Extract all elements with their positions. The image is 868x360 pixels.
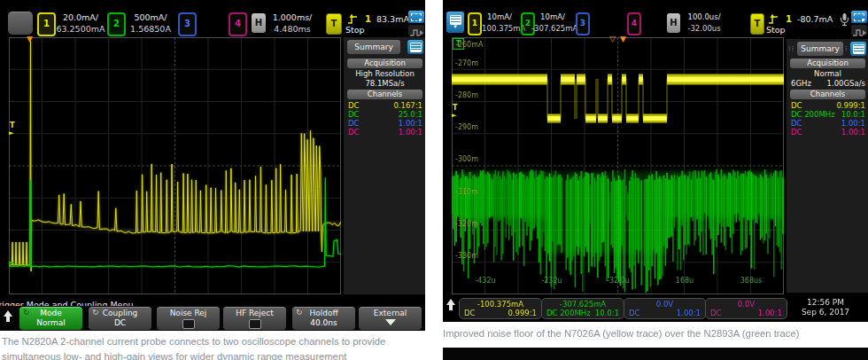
time: 12:56 PM	[787, 298, 864, 308]
trigger-level: 83.3mA	[376, 14, 409, 24]
channel-2-ground-marker[interactable]: ►	[9, 259, 13, 266]
menu-back-button[interactable]	[2, 309, 14, 326]
channel-3-coupling: DC	[629, 309, 639, 317]
menu-up-button[interactable]	[445, 298, 457, 315]
grip-dots-icon: ⁝	[845, 44, 849, 52]
main-menu-button[interactable]: ▾	[446, 12, 464, 33]
horizontal-scale: 1.000ms/	[268, 12, 316, 23]
acquisition-mode: High Resolution	[344, 69, 425, 78]
channels-header: Channels	[790, 90, 865, 99]
channel-3-status-box[interactable]: 0.0V DC 1.00:1	[624, 298, 706, 319]
microphone-icon[interactable]	[840, 12, 849, 30]
trigger-time-reference-marker: ▽	[609, 35, 616, 43]
bandwidth: 6GHz	[791, 79, 811, 88]
topbar-left: 1 20.0mA/ 63.2500mA 2 500mA/ 1.56850A 3 …	[0, 0, 425, 37]
channel-4-coupling: DC	[710, 309, 721, 317]
trigger-level-marker[interactable]: T	[10, 122, 14, 129]
chevron-down-icon: ▾	[453, 25, 457, 29]
checkbox-unchecked[interactable]	[249, 319, 261, 329]
softkey-holdoff[interactable]: ↻ Holdoff 40.0ns	[292, 307, 355, 330]
channel-3-ratio: 1.00:1	[677, 309, 701, 317]
waveform-recall-icon[interactable]	[851, 25, 867, 35]
y-axis-label: -280m	[455, 91, 478, 99]
channel-1-status-box[interactable]: -100.375mA DC 0.999:1	[459, 298, 542, 319]
horizontal-button[interactable]: H	[667, 13, 680, 33]
y-axis-label: -270m	[455, 59, 478, 67]
channel-1-button[interactable]: 1	[37, 12, 56, 36]
softkey-label: Noise Rej	[157, 309, 220, 318]
softkey-noise-rej[interactable]: Noise Rej	[157, 307, 220, 330]
channel-3-button[interactable]: 3	[576, 12, 590, 35]
zoom-select-icon[interactable]	[408, 11, 424, 23]
channel-3-offset-value: 0.0V	[624, 300, 705, 309]
channel-2-summary-row: DC 200MHz 10.0:1	[791, 110, 865, 119]
menu-icon	[410, 43, 422, 52]
checkbox-unchecked[interactable]	[182, 319, 195, 329]
channel-2-offset: -307.625mA	[531, 23, 574, 35]
trigger-slope-icon	[347, 13, 358, 25]
softkey-label: External	[359, 309, 422, 318]
x-axis-label: -232u	[532, 277, 571, 285]
status-line: Trigger Mode and Coupling Menu	[0, 294, 275, 306]
channel-3-summary-row: DC 1.00:1	[791, 119, 865, 128]
softkey-external[interactable]: External	[359, 307, 422, 330]
softkey-value: 40.0ns	[292, 318, 355, 328]
bandwidth-samplerate-row: 6GHz 1.00GSa/s	[791, 79, 865, 88]
probe-ratio: 0.999:1	[836, 101, 865, 110]
summary-menu-button[interactable]	[850, 42, 866, 56]
cursor-icon	[419, 19, 422, 22]
y-axis-label: -260mA	[455, 41, 483, 49]
channel-2-offset: 1.56850A	[125, 23, 176, 35]
channel-2-button[interactable]: 2	[107, 12, 126, 36]
summary-menu-button[interactable]	[407, 40, 423, 54]
horizontal-readout: 1.000ms/ 4.480ms	[268, 12, 316, 35]
channel-4-status-box[interactable]: 0.0V DC 1.00:1	[705, 298, 787, 319]
channel-4-summary-row: DC 1.00:1	[791, 128, 865, 137]
trigger-level-marker[interactable]: T	[453, 105, 457, 112]
channel-1-ratio: 0.999:1	[508, 309, 537, 317]
softkey-hf-reject[interactable]: HF Reject	[223, 307, 286, 330]
coupling: DC	[348, 119, 359, 128]
rotate-knob-icon: ↻	[23, 308, 30, 317]
channel-4-button[interactable]: 4	[229, 12, 247, 36]
channel-1-readout: 10mA/ -100.375mA	[479, 12, 520, 35]
channel-2-status-box[interactable]: -307.625mA DC 200MHz 10.0:1	[541, 298, 624, 319]
blank-menu-button[interactable]	[8, 12, 33, 35]
y-axis-label: -300m	[455, 155, 478, 163]
cursor-icon	[862, 19, 865, 22]
trigger-button[interactable]: T	[326, 13, 342, 35]
channel-2-offset-value: -307.625mA	[542, 300, 624, 309]
x-axis-label: 168u	[665, 277, 704, 285]
channel-1-coupling: DC	[464, 309, 475, 317]
trigger-button[interactable]: T	[750, 13, 764, 35]
channel-4-ratio: 1.00:1	[758, 309, 782, 317]
x-axis-label: 368us	[732, 277, 771, 285]
summary-tab[interactable]: Summary	[797, 42, 843, 56]
coupling: DC	[348, 128, 359, 137]
horizontal-button[interactable]: H	[252, 13, 266, 33]
y-axis-label: -310m	[455, 188, 478, 196]
channel-3-button[interactable]: 3	[178, 12, 197, 36]
waveform-recall-icon[interactable]	[408, 25, 424, 35]
channel-2-summary-row: DC 25.0:1	[348, 110, 422, 119]
coupling: DC	[791, 128, 802, 137]
grip-dots-icon: ⁝⁝	[788, 44, 794, 52]
softkey-mode[interactable]: ↻ Mode Normal	[19, 307, 82, 330]
channel-4-button[interactable]: 4	[627, 12, 641, 35]
up-arrow-icon	[446, 299, 455, 305]
channel-2-ratio: 10.0:1	[595, 309, 619, 317]
channel-4-offset-value: 0.0V	[706, 300, 787, 309]
trigger-position-marker[interactable]: ▼	[27, 35, 33, 43]
channel-1-scale: 20.0mA/	[55, 12, 106, 23]
summary-tab[interactable]: Summary	[347, 40, 400, 54]
summary-panel-left: Summary Acquisition High Resolution 78.1…	[343, 37, 425, 294]
zoom-select-icon[interactable]	[851, 11, 867, 23]
coupling: DC	[348, 101, 359, 110]
softkey-coupling[interactable]: ↻ Coupling DC	[89, 307, 151, 330]
date: Sep 6, 2017	[787, 308, 864, 317]
oscilloscope-screen-left: 1 20.0mA/ 63.2500mA 2 500mA/ 1.56850A 3 …	[0, 0, 425, 331]
page: 1 20.0mA/ 63.2500mA 2 500mA/ 1.56850A 3 …	[0, 0, 868, 360]
trigger-position-marker[interactable]: ▼	[620, 35, 626, 43]
channel-2-scale: 500mA/	[125, 12, 176, 23]
run-state: Stop	[766, 25, 786, 35]
